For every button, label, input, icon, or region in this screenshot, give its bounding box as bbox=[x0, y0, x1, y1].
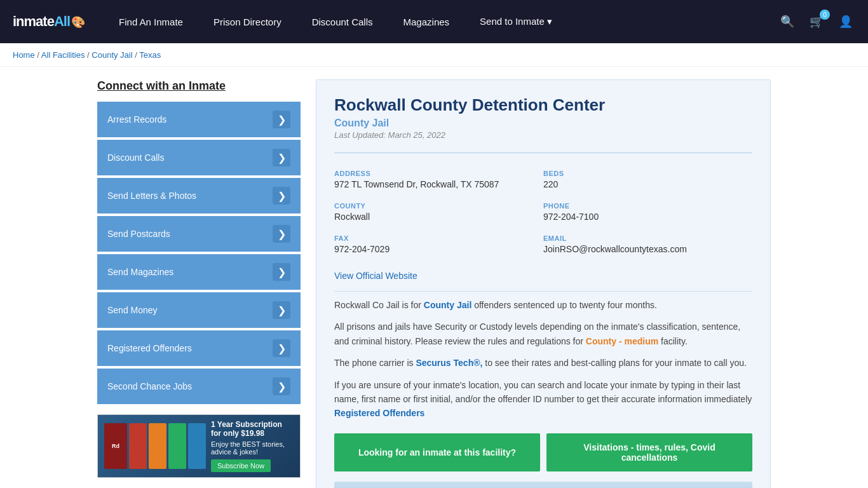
cart-button[interactable]: 🛒 0 bbox=[807, 12, 826, 31]
main-container: Connect with an Inmate Arrest Records ❯ … bbox=[85, 79, 783, 488]
sidebar-item-arrest-records[interactable]: Arrest Records ❯ bbox=[97, 102, 301, 137]
search-icon: 🔍 bbox=[780, 15, 794, 28]
ad-book-2 bbox=[129, 423, 147, 469]
phone-label: PHONE bbox=[543, 202, 752, 210]
sidebar-item-label: Discount Calls bbox=[107, 152, 164, 163]
sidebar-item-send-letters[interactable]: Send Letters & Photos ❯ bbox=[97, 178, 301, 214]
sidebar-item-label: Arrest Records bbox=[107, 114, 166, 125]
arrow-icon: ❯ bbox=[273, 339, 290, 357]
email-label: EMAIL bbox=[543, 234, 752, 242]
cart-badge: 0 bbox=[820, 10, 830, 20]
sidebar-item-second-chance-jobs[interactable]: Second Chance Jobs ❯ bbox=[97, 369, 301, 404]
nav-prison-directory[interactable]: Prison Directory bbox=[198, 0, 297, 43]
logo-icon: 🎨 bbox=[71, 16, 85, 29]
desc-1-end: offenders sentenced up to twenty four mo… bbox=[471, 300, 657, 310]
nav-discount-calls[interactable]: Discount Calls bbox=[297, 0, 388, 43]
logo[interactable]: inmateAll🎨 bbox=[13, 13, 85, 30]
official-website-link[interactable]: View Official Website bbox=[334, 271, 417, 281]
sidebar: Connect with an Inmate Arrest Records ❯ … bbox=[97, 79, 301, 488]
desc-2-end: facility. bbox=[658, 336, 688, 346]
address-label: ADDRESS bbox=[334, 170, 543, 177]
county-label: COUNTY bbox=[334, 202, 543, 210]
desc-3-text: The phone carrier is bbox=[334, 358, 416, 368]
ad-book-5 bbox=[188, 423, 206, 469]
facility-updated: Last Updated: March 25, 2022 bbox=[334, 130, 752, 140]
arrow-icon: ❯ bbox=[273, 377, 290, 395]
facility-type: County Jail bbox=[334, 118, 752, 129]
nav-send-to-inmate[interactable]: Send to Inmate ▾ bbox=[465, 0, 567, 43]
arrow-icon: ❯ bbox=[273, 187, 290, 205]
arrow-icon: ❯ bbox=[273, 301, 290, 319]
sidebar-title: Connect with an Inmate bbox=[97, 79, 301, 93]
county-medium-link[interactable]: County - medium bbox=[586, 336, 658, 346]
phone-value: 972-204-7100 bbox=[543, 212, 752, 222]
ad-headline: 1 Year Subscription for only $19.98 bbox=[211, 420, 288, 438]
sidebar-item-registered-offenders[interactable]: Registered Offenders ❯ bbox=[97, 330, 301, 366]
sidebar-item-send-money[interactable]: Send Money ❯ bbox=[97, 292, 301, 328]
sidebar-item-discount-calls[interactable]: Discount Calls ❯ bbox=[97, 140, 301, 175]
desc-para-1: Rockwall Co Jail is for County Jail offe… bbox=[334, 298, 752, 312]
breadcrumb-bar: Home / All Facilities / County Jail / Te… bbox=[0, 43, 868, 67]
sidebar-item-label: Second Chance Jobs bbox=[107, 381, 192, 391]
find-inmate-button[interactable]: Looking for an inmate at this facility? bbox=[334, 433, 540, 471]
logo-inmate: inmate bbox=[13, 13, 54, 29]
desc-4-text: If you are unsure of your inmate's locat… bbox=[334, 380, 752, 404]
detail-address: ADDRESS 972 TL Townsend Dr, Rockwall, TX… bbox=[334, 163, 543, 196]
desc-para-2: All prisons and jails have Security or C… bbox=[334, 320, 752, 348]
search-button[interactable]: 🔍 bbox=[778, 12, 797, 31]
nav-find-inmate[interactable]: Find An Inmate bbox=[104, 0, 198, 43]
detail-beds: BEDS 220 bbox=[543, 163, 752, 196]
registered-offenders-link[interactable]: Registered Offenders bbox=[334, 408, 424, 418]
fax-value: 972-204-7029 bbox=[334, 244, 543, 254]
description: Rockwall Co Jail is for County Jail offe… bbox=[334, 291, 752, 421]
detail-email: EMAIL JoinRSO@rockwallcountytexas.com bbox=[543, 228, 752, 261]
address-value: 972 TL Townsend Dr, Rockwall, TX 75087 bbox=[334, 179, 543, 189]
sidebar-item-send-magazines[interactable]: Send Magazines ❯ bbox=[97, 254, 301, 290]
sidebar-item-label: Registered Offenders bbox=[107, 343, 192, 353]
ad-subscribe-button[interactable]: Subscribe Now bbox=[211, 459, 271, 472]
action-buttons: Looking for an inmate at this facility? … bbox=[334, 433, 752, 471]
sidebar-ad: Rd 1 Year Subscription for only $19.98 E… bbox=[97, 414, 301, 478]
ad-book-4 bbox=[168, 423, 186, 469]
breadcrumb-texas[interactable]: Texas bbox=[139, 50, 161, 60]
nav-magazines[interactable]: Magazines bbox=[388, 0, 465, 43]
detail-county: COUNTY Rockwall bbox=[334, 196, 543, 228]
arrow-icon: ❯ bbox=[273, 263, 290, 281]
sidebar-item-label: Send Magazines bbox=[107, 267, 173, 277]
facility-sky bbox=[334, 482, 752, 488]
breadcrumb: Home / All Facilities / County Jail / Te… bbox=[13, 50, 161, 60]
visitation-button[interactable]: Visitations - times, rules, Covid cancel… bbox=[546, 433, 752, 471]
county-jail-link[interactable]: County Jail bbox=[424, 300, 471, 310]
county-value: Rockwall bbox=[334, 212, 543, 222]
facility-name: Rockwall County Detention Center bbox=[334, 95, 752, 115]
ad-text-block: 1 Year Subscription for only $19.98 Enjo… bbox=[206, 417, 294, 475]
desc-3-end: to see their rates and best-calling plan… bbox=[482, 358, 747, 368]
breadcrumb-home[interactable]: Home bbox=[13, 50, 35, 60]
beds-value: 220 bbox=[543, 179, 752, 189]
sidebar-item-label: Send Postcards bbox=[107, 229, 170, 239]
arrow-icon: ❯ bbox=[273, 149, 290, 166]
logo-all: All bbox=[54, 13, 70, 29]
detail-phone: PHONE 972-204-7100 bbox=[543, 196, 752, 228]
facility-card: Rockwall County Detention Center County … bbox=[316, 79, 771, 488]
nav-icons: 🔍 🛒 0 👤 bbox=[778, 12, 855, 31]
securus-link[interactable]: Securus Tech®, bbox=[416, 358, 482, 368]
ad-books: Rd bbox=[104, 423, 206, 469]
sidebar-item-send-postcards[interactable]: Send Postcards ❯ bbox=[97, 216, 301, 252]
detail-fax: FAX 972-204-7029 bbox=[334, 228, 543, 261]
logo-text: inmateAll🎨 bbox=[13, 13, 85, 30]
desc-1-text: Rockwall Co Jail is for bbox=[334, 300, 424, 310]
user-button[interactable]: 👤 bbox=[836, 12, 855, 31]
breadcrumb-all-facilities[interactable]: All Facilities bbox=[41, 50, 85, 60]
desc-para-3: The phone carrier is Securus Tech®, to s… bbox=[334, 356, 752, 370]
ad-book-3 bbox=[149, 423, 166, 469]
user-icon: 👤 bbox=[839, 15, 853, 28]
fax-label: FAX bbox=[334, 234, 543, 242]
ad-body: Enjoy the BEST stories, advice & jokes! bbox=[211, 440, 288, 456]
facility-image bbox=[334, 482, 752, 488]
facility-details: ADDRESS 972 TL Townsend Dr, Rockwall, TX… bbox=[334, 152, 752, 261]
breadcrumb-county-jail[interactable]: County Jail bbox=[92, 50, 132, 60]
sidebar-item-label: Send Letters & Photos bbox=[107, 191, 196, 201]
arrow-icon: ❯ bbox=[273, 225, 290, 243]
sidebar-item-label: Send Money bbox=[107, 305, 158, 315]
